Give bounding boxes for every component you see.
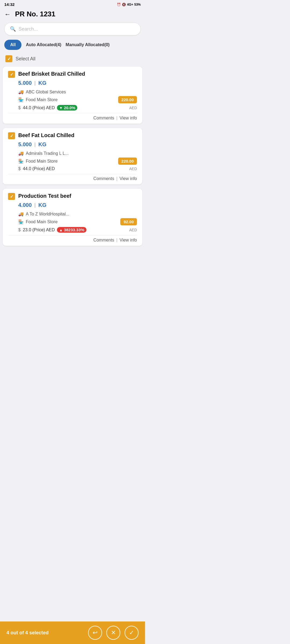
card-3-qty: 4.000 | KG (8, 202, 137, 208)
tab-manually-allocated[interactable]: Manually Allocated(0) (66, 42, 110, 47)
select-all-checkbox[interactable]: ✓ (5, 55, 12, 62)
status-icons: ⏰ 🔇 4G+ 53% (117, 3, 141, 6)
card-2-store-row: 🏪 Food Main Store 220.00 (8, 158, 137, 165)
card-2-store-left: 🏪 Food Main Store (18, 159, 57, 164)
truck-icon-1: 🚚 (18, 89, 24, 94)
card-1-unit: KG (38, 80, 46, 86)
store-icon-3: 🏪 (18, 219, 24, 224)
select-all-row[interactable]: ✓ Select All (0, 54, 145, 67)
card-3-store: Food Main Store (26, 219, 57, 224)
items-list: ✓ Beef Brisket Brazil Chilled 5.000 | KG… (0, 67, 145, 277)
card-1-comments-link[interactable]: Comments (93, 116, 114, 120)
up-arrow-icon-3: ▲ (59, 228, 63, 232)
card-2-viewinfo-link[interactable]: View info (119, 176, 137, 181)
item-card-2: ✓ Beef Fat Local Chilled 5.000 | KG 🚚 Ad… (3, 128, 142, 184)
card-1-title: Beef Brisket Brazil Chilled (18, 71, 137, 77)
card-1-store-left: 🏪 Food Main Store (18, 97, 57, 102)
card-3-title: Production Test beef (18, 193, 137, 199)
card-3-actions: Comments | View info (8, 235, 137, 243)
card-1-supplier: ABC Global Services (26, 90, 66, 94)
card-3-store-left: 🏪 Food Main Store (18, 219, 57, 224)
card-2-price-row: $ 44.0 (Price) AED AED (8, 166, 137, 171)
tab-all[interactable]: All (4, 40, 21, 50)
search-input[interactable]: Search... (19, 26, 38, 32)
status-time: 14:32 (4, 2, 15, 7)
card-3-discount-value: 38233.33% (64, 228, 84, 232)
card-3-unit: KG (38, 202, 46, 208)
card-1-price-text: 44.0 (Price) AED (23, 105, 55, 110)
card-2-price-badge: 220.00 (118, 158, 137, 165)
card-3-discount-badge: ▲ 38233.33% (57, 227, 86, 233)
truck-icon-2: 🚚 (18, 151, 24, 156)
store-icon-2: 🏪 (18, 159, 24, 164)
card-3-price-text: 23.0 (Price) AED (23, 228, 55, 232)
dollar-icon-3: $ (18, 228, 21, 232)
page-title: PR No. 1231 (15, 10, 55, 18)
truck-icon-3: 🚚 (18, 211, 24, 217)
card-1-qty-value: 5.000 (18, 80, 32, 86)
card-3-viewinfo-link[interactable]: View info (119, 238, 137, 243)
card-3-supplier: A To Z WorldHospital... (26, 212, 69, 217)
store-icon-1: 🏪 (18, 97, 24, 102)
select-all-label: Select All (16, 56, 35, 62)
network-icon: 4G+ (127, 3, 133, 6)
card-2-supplier: Admirals Trading L L... (26, 151, 68, 156)
card-1-actions: Comments | View info (8, 113, 137, 120)
volume-icon: 🔇 (122, 3, 126, 6)
card-1-viewinfo-link[interactable]: View info (119, 116, 137, 120)
card-1-discount-value: 20.0% (64, 105, 75, 110)
card-1-discount-badge: ▼ 20.0% (57, 105, 77, 111)
tabs-container: All Auto Allocated(4) Manually Allocated… (0, 40, 145, 54)
card-1-qty: 5.000 | KG (8, 80, 137, 86)
card-3-comments-link[interactable]: Comments (93, 238, 114, 243)
card-2-header: ✓ Beef Fat Local Chilled (8, 132, 137, 139)
dollar-icon-2: $ (18, 166, 21, 171)
card-3-supplier-row: 🚚 A To Z WorldHospital... (8, 211, 137, 217)
dollar-icon-1: $ (18, 105, 21, 110)
down-arrow-icon-1: ▼ (59, 106, 63, 110)
card-3-header: ✓ Production Test beef (8, 193, 137, 200)
card-2-comments-link[interactable]: Comments (93, 176, 114, 181)
alarm-icon: ⏰ (117, 3, 121, 6)
card-3-store-row: 🏪 Food Main Store 92.00 (8, 218, 137, 225)
battery-text: 53% (134, 3, 141, 6)
tab-auto-allocated[interactable]: Auto Allocated(4) (26, 42, 61, 47)
card-2-store: Food Main Store (26, 159, 57, 164)
card-1-price-row: $ 44.0 (Price) AED ▼ 20.0% AED (8, 105, 137, 111)
card-1-store: Food Main Store (26, 97, 57, 102)
card-2-qty-value: 5.000 (18, 141, 32, 148)
item-card-1: ✓ Beef Brisket Brazil Chilled 5.000 | KG… (3, 67, 142, 124)
card-1-supplier-row: 🚚 ABC Global Services (8, 89, 137, 94)
search-icon: 🔍 (10, 26, 16, 32)
card-3-qty-value: 4.000 (18, 202, 32, 208)
card-1-header: ✓ Beef Brisket Brazil Chilled (8, 71, 137, 78)
item-card-3: ✓ Production Test beef 4.000 | KG 🚚 A To… (3, 189, 142, 246)
card-2-price-text: 44.0 (Price) AED (23, 166, 55, 171)
card-1-price-badge: 220.00 (118, 96, 137, 103)
card-2-actions: Comments | View info (8, 174, 137, 181)
card-2-title: Beef Fat Local Chilled (18, 132, 137, 138)
card-1-store-row: 🏪 Food Main Store 220.00 (8, 96, 137, 103)
search-bar[interactable]: 🔍 Search... (4, 23, 141, 35)
card-2-checkbox[interactable]: ✓ (8, 132, 15, 139)
status-bar: 14:32 ⏰ 🔇 4G+ 53% (0, 0, 145, 8)
card-3-checkbox[interactable]: ✓ (8, 193, 15, 200)
back-button[interactable]: ← (4, 10, 11, 18)
header: ← PR No. 1231 (0, 8, 145, 23)
card-2-qty: 5.000 | KG (8, 141, 137, 148)
card-3-aed: AED (129, 228, 137, 232)
card-3-price-row: $ 23.0 (Price) AED ▲ 38233.33% AED (8, 227, 137, 233)
card-1-aed: AED (129, 106, 137, 110)
card-1-checkbox[interactable]: ✓ (8, 71, 15, 78)
card-3-price-badge: 92.00 (120, 218, 137, 225)
card-2-supplier-row: 🚚 Admirals Trading L L... (8, 151, 137, 156)
card-2-unit: KG (38, 141, 46, 148)
card-2-aed: AED (129, 167, 137, 171)
